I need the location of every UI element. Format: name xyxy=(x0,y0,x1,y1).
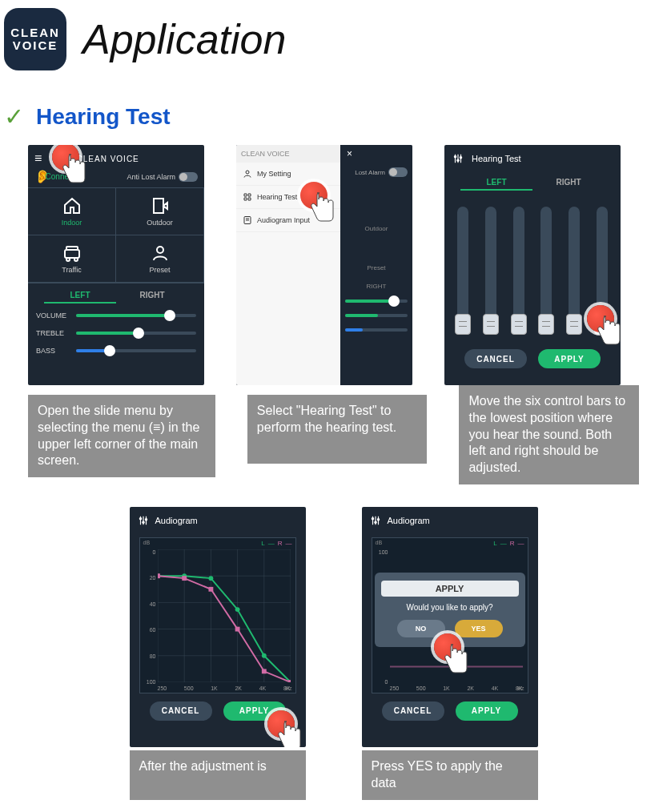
app-name-label: CLEAN VOICE xyxy=(77,155,139,163)
svg-rect-39 xyxy=(158,573,160,578)
svg-point-36 xyxy=(235,607,239,612)
screenshot-apply-modal: Audiogram dB Hz L—R— 1000 2505001K2K4K8K… xyxy=(362,507,538,747)
mode-preset[interactable]: Preset xyxy=(116,235,204,283)
check-icon: ✓ xyxy=(4,103,24,131)
caption-row-2: After the adjustment is Press YES to app… xyxy=(0,750,667,800)
screenshot-row-2: Audiogram dB Hz L — R — 020406080100 250… xyxy=(0,507,667,747)
hamburger-icon[interactable]: ≡ xyxy=(34,151,42,166)
slider-treble[interactable]: TREBLE xyxy=(28,324,204,342)
menu-hearing-test-label: Hearing Test xyxy=(257,193,297,201)
slider-treble-label: TREBLE xyxy=(36,329,70,337)
slider-bass-label: BASS xyxy=(36,347,70,355)
svg-point-5 xyxy=(246,171,249,174)
menu-my-setting[interactable]: My Setting xyxy=(236,163,340,186)
caption-4: After the adjustment is xyxy=(130,750,306,800)
legend-right: R xyxy=(278,540,283,547)
page-title: Application xyxy=(82,15,286,63)
cancel-button[interactable]: CANCEL xyxy=(382,701,444,721)
anti-lost-toggle[interactable] xyxy=(179,172,198,182)
menu-audiogram-input[interactable]: Audiogram Input xyxy=(236,209,340,232)
screenshot-audiogram: Audiogram dB Hz L — R — 020406080100 250… xyxy=(130,507,306,747)
slider-volume[interactable]: VOLUME xyxy=(28,307,204,324)
mode-indoor-label: Indoor xyxy=(62,219,82,227)
ht-tab-left[interactable]: LEFT xyxy=(460,175,532,191)
audiogram-title-2: Audiogram xyxy=(388,516,430,525)
ear-tabs: LEFT RIGHT xyxy=(28,283,204,307)
svg-point-35 xyxy=(208,576,213,581)
lost-alarm-label: Lost Alarm xyxy=(355,169,385,176)
svg-rect-40 xyxy=(182,576,187,581)
db-label: dB xyxy=(143,540,151,545)
mode-outdoor-label: Outdoor xyxy=(147,219,173,227)
mode-traffic-label: Traffic xyxy=(62,266,82,274)
mode-preset-label: Preset xyxy=(149,266,170,274)
svg-rect-44 xyxy=(288,680,291,682)
mode-indoor[interactable]: Indoor xyxy=(28,188,116,235)
slider-volume-label: VOLUME xyxy=(36,312,70,320)
anti-lost-label: Anti Lost Alarm xyxy=(127,173,175,181)
connection-status: Connected xyxy=(46,172,84,181)
mode-traffic[interactable]: Traffic xyxy=(28,235,116,283)
modal-no-button[interactable]: NO xyxy=(397,620,445,637)
sliders-icon xyxy=(452,153,464,164)
svg-point-48 xyxy=(372,517,373,519)
cancel-button[interactable]: CANCEL xyxy=(150,701,212,721)
legend-left: L xyxy=(261,540,264,547)
lost-alarm-toggle[interactable] xyxy=(388,167,408,177)
slide-menu: CLEAN VOICE My Setting Hearing Test Audi… xyxy=(236,145,340,385)
ht-tab-right[interactable]: RIGHT xyxy=(532,175,605,191)
close-icon[interactable]: × xyxy=(347,148,408,159)
apply-button[interactable]: APPLY xyxy=(538,349,601,368)
modal-text: Would you like to apply? xyxy=(381,603,519,612)
freq-slider-1[interactable] xyxy=(457,207,468,335)
frequency-sliders xyxy=(444,199,621,335)
mode-outdoor[interactable]: Outdoor xyxy=(116,188,204,235)
svg-rect-42 xyxy=(235,627,239,632)
modal-yes-button[interactable]: YES xyxy=(455,620,503,637)
svg-rect-41 xyxy=(208,587,213,592)
apply-button[interactable]: APPLY xyxy=(456,701,518,721)
svg-point-18 xyxy=(139,517,141,519)
modal-title: APPLY xyxy=(381,581,519,597)
x-axis: 2505001K2K4K8K xyxy=(158,685,291,691)
tab-right[interactable]: RIGHT xyxy=(116,288,188,303)
tab-left[interactable]: LEFT xyxy=(44,288,116,303)
svg-rect-1 xyxy=(66,247,78,250)
caption-3: Move the six control bars to the lowest … xyxy=(459,385,639,484)
freq-slider-5[interactable] xyxy=(569,207,580,335)
menu-my-setting-label: My Setting xyxy=(257,170,291,178)
chart-lines xyxy=(158,549,291,682)
caption-5: Press YES to apply the data xyxy=(362,750,538,800)
freq-slider-2[interactable] xyxy=(485,207,496,335)
menu-hearing-test[interactable]: Hearing Test xyxy=(236,186,340,209)
svg-point-3 xyxy=(74,258,78,261)
caption-2: Select "Hearing Test" to perform the hea… xyxy=(247,395,428,464)
svg-rect-43 xyxy=(261,669,266,673)
audiogram-title: Audiogram xyxy=(155,516,198,525)
screenshot-side-menu: Lost Alarm Outdoor Preset RIGHT CLEAN VO… xyxy=(236,145,412,385)
sliders-icon xyxy=(370,515,381,526)
cancel-button[interactable]: CANCEL xyxy=(464,349,527,368)
svg-point-50 xyxy=(377,519,379,521)
freq-slider-3[interactable] xyxy=(513,207,524,335)
apply-button[interactable]: APPLY xyxy=(223,701,286,721)
svg-point-4 xyxy=(157,247,163,253)
section-title: Hearing Test xyxy=(36,104,171,130)
svg-point-2 xyxy=(66,258,70,261)
mode-preset-dim: Preset xyxy=(340,264,412,271)
svg-point-37 xyxy=(261,653,266,658)
svg-point-19 xyxy=(142,521,143,523)
page-header: CLEAN VOICE Application xyxy=(0,0,667,70)
svg-point-14 xyxy=(460,157,461,159)
mode-outdoor-dim: Outdoor xyxy=(340,225,412,232)
screenshot-hearing-test: Hearing Test LEFT RIGHT CANCEL APPLY xyxy=(444,145,621,385)
y-axis: 020406080100 xyxy=(139,549,156,685)
caption-row-1: Open the slide menu by selecting the men… xyxy=(0,385,667,484)
tab-right-dim: RIGHT xyxy=(340,283,412,290)
hearing-test-title: Hearing Test xyxy=(472,154,521,163)
slider-bass[interactable]: BASS xyxy=(28,342,204,360)
svg-point-12 xyxy=(454,156,456,158)
freq-slider-6[interactable] xyxy=(597,207,608,335)
svg-point-49 xyxy=(374,521,376,523)
freq-slider-4[interactable] xyxy=(540,207,552,335)
